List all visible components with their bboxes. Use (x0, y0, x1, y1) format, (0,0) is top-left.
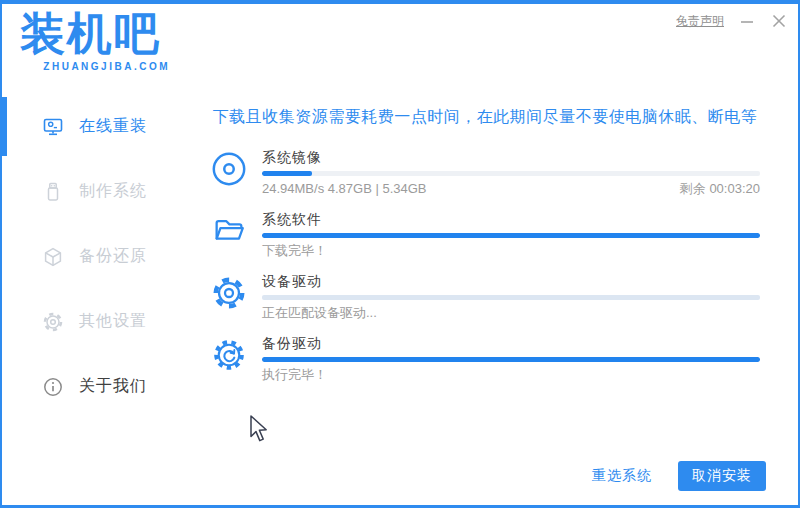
sidebar-item-backup-restore[interactable]: 备份还原 (2, 224, 192, 289)
logo-domain: ZHUANGJIBA.COM (20, 61, 170, 72)
cube-icon (42, 246, 64, 268)
sidebar-item-online-reinstall[interactable]: 在线重装 (2, 94, 192, 159)
task-row-backup-driver: 备份驱动 执行完毕！ (210, 335, 760, 382)
disclaimer-link[interactable]: 免责声明 (676, 13, 724, 30)
sidebar-item-label: 其他设置 (79, 311, 147, 332)
reselect-system-button[interactable]: 重选系统 (592, 467, 652, 485)
app-window: 装机吧 ZHUANGJIBA.COM 免责声明 (0, 0, 800, 508)
sidebar-item-other-settings[interactable]: 其他设置 (2, 289, 192, 354)
progress-bar (262, 357, 760, 362)
task-list: 系统镜像 24.94MB/s 4.87GB | 5.34GB 剩余 00:03:… (210, 149, 760, 382)
sidebar-item-label: 在线重装 (79, 116, 147, 137)
task-title: 系统软件 (262, 211, 760, 227)
progress-fill (262, 233, 760, 238)
usb-icon (42, 181, 64, 203)
task-title: 设备驱动 (262, 273, 760, 289)
minimize-icon (740, 14, 754, 28)
cancel-install-button[interactable]: 取消安装 (678, 461, 766, 491)
task-title: 备份驱动 (262, 335, 760, 351)
gear-icon (42, 311, 64, 333)
sidebar-item-about-us[interactable]: 关于我们 (2, 354, 192, 419)
mouse-cursor-icon (248, 415, 268, 443)
progress-bar (262, 295, 760, 300)
info-icon (42, 376, 64, 398)
sidebar-item-label: 制作系统 (79, 181, 147, 202)
minimize-button[interactable] (738, 12, 756, 30)
sidebar-item-make-system[interactable]: 制作系统 (2, 159, 192, 224)
disc-icon (210, 149, 248, 189)
folder-icon (210, 211, 248, 251)
task-status: 24.94MB/s 4.87GB | 5.34GB (262, 181, 427, 196)
task-row-system-image: 系统镜像 24.94MB/s 4.87GB | 5.34GB 剩余 00:03:… (210, 149, 760, 196)
main-panel: 下载且收集资源需要耗费一点时间，在此期间尽量不要使电脑休眠、断电等 系统镜像 2… (192, 94, 798, 397)
app-logo: 装机吧 ZHUANGJIBA.COM (20, 8, 170, 72)
footer-actions: 重选系统 取消安装 (592, 461, 766, 491)
sidebar-item-label: 关于我们 (79, 376, 147, 397)
task-title: 系统镜像 (262, 149, 760, 165)
progress-bar (262, 233, 760, 238)
notice-text: 下载且收集资源需要耗费一点时间，在此期间尽量不要使电脑休眠、断电等 (210, 107, 760, 128)
active-indicator (2, 97, 7, 156)
monitor-icon (42, 116, 64, 138)
gear-icon (210, 273, 248, 313)
logo-text: 装机吧 (20, 8, 170, 60)
sidebar: 在线重装 制作系统 备份还原 (2, 94, 192, 419)
task-status: 下载完毕！ (262, 243, 327, 258)
gear-sync-icon (210, 335, 248, 375)
task-status: 正在匹配设备驱动... (262, 305, 377, 320)
progress-fill (262, 171, 312, 176)
titlebar-controls: 免责声明 (676, 12, 788, 30)
task-remaining-time: 剩余 00:03:20 (680, 181, 760, 196)
close-icon (772, 14, 786, 28)
sidebar-item-label: 备份还原 (79, 246, 147, 267)
progress-bar (262, 171, 760, 176)
progress-fill (262, 357, 760, 362)
task-row-device-driver: 设备驱动 正在匹配设备驱动... (210, 273, 760, 320)
close-button[interactable] (770, 12, 788, 30)
task-status: 执行完毕！ (262, 367, 327, 382)
task-row-system-software: 系统软件 下载完毕！ (210, 211, 760, 258)
